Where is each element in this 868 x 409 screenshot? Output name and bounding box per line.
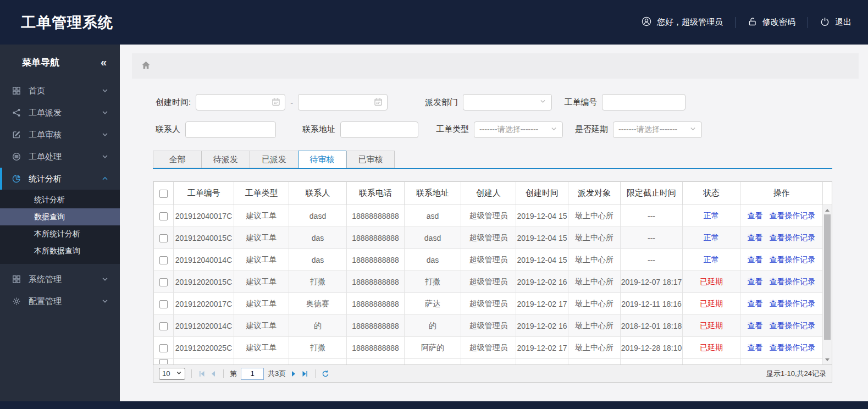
first-page-button[interactable] [198,370,206,378]
tab-dispatched[interactable]: 已派发 [250,151,298,168]
work-order-table-panel: 工单编号 工单类型 联系人 联系电话 联系地址 创建人 创建时间 派发对象 限定… [153,181,832,383]
col-scrollbar-spacer [823,182,832,205]
address-input[interactable] [340,121,418,138]
view-log-link[interactable]: 查看操作记录 [769,255,815,264]
view-link[interactable]: 查看 [748,321,763,330]
cell-created-at: 2019-12-02 17 [516,293,568,315]
row-checkbox[interactable] [159,359,168,364]
view-link[interactable]: 查看 [748,299,763,308]
dispatch-dept-select[interactable] [463,94,552,110]
row-checkbox[interactable] [159,234,168,242]
sidebar-item-system[interactable]: 系统管理 [0,268,120,290]
cell-created-at: 2019-12-02 17 [516,337,568,359]
user-greeting[interactable]: 您好，超级管理员 [642,16,723,28]
cell-order-no: 201912040017C [174,205,234,227]
contact-field[interactable] [186,122,275,137]
logout-label: 退出 [835,17,852,27]
row-checkbox[interactable] [159,322,168,330]
breadcrumb [132,53,859,79]
view-log-link[interactable]: 查看操作记录 [769,211,815,220]
delay-select[interactable]: -------请选择------- [613,121,702,138]
cell-actions: 查看 查看操作记录 [740,227,823,249]
order-type-label: 工单类型 [436,124,469,135]
vertical-scrollbar[interactable] [822,205,832,364]
edit-icon [12,130,21,140]
sidebar-subitem-statistics[interactable]: 统计分析 [0,191,120,208]
status-badge: 正常 [683,205,740,227]
sidebar-collapse-button[interactable]: « [101,56,106,69]
select-all-checkbox[interactable] [159,190,168,198]
calendar-icon[interactable] [272,97,280,108]
scroll-down-button[interactable] [823,356,832,363]
sidebar-item-label: 工单派发 [29,108,62,118]
view-link[interactable]: 查看 [748,233,763,242]
cell-deadline: 2018-12-01 18:18 [621,315,683,337]
submenu-label: 本所统计分析 [34,229,80,239]
last-page-button[interactable] [301,370,309,378]
view-link[interactable]: 查看 [748,211,763,220]
sidebar-subitem-local-statistics[interactable]: 本所统计分析 [0,225,120,242]
app-title: 工单管理系统 [21,13,113,32]
contact-input[interactable] [185,121,276,138]
order-no-field[interactable] [602,95,685,110]
sidebar-item-process[interactable]: 工单处理 [0,146,120,168]
change-password-button[interactable]: 修改密码 [748,17,795,28]
tab-pending-review[interactable]: 待审核 [298,151,346,169]
page-number-input[interactable] [241,368,264,380]
calendar-icon[interactable] [374,97,383,108]
order-type-select[interactable]: -------请选择------- [474,121,563,138]
sidebar-item-home[interactable]: 首页 [0,80,120,102]
chevron-down-icon [101,109,109,117]
sidebar-subitem-data-query[interactable]: 数据查询 [0,208,120,225]
view-link[interactable]: 查看 [748,255,763,264]
view-log-link[interactable]: 查看操作记录 [769,233,815,242]
row-checkbox[interactable] [159,300,168,308]
sidebar-item-config[interactable]: 配置管理 [0,290,120,312]
chevron-down-icon [550,125,557,134]
row-checkbox[interactable] [159,256,168,264]
tab-reviewed[interactable]: 已审核 [346,151,395,168]
sidebar-item-review[interactable]: 工单审核 [0,124,120,146]
tab-pending-dispatch[interactable]: 待派发 [201,151,250,168]
cell-created-at: 2019-12-04 15 [516,227,568,249]
order-no-input[interactable] [602,94,685,110]
cell-address: 打撒 [405,271,461,293]
date-end-field[interactable] [298,95,374,110]
row-checkbox[interactable] [159,344,168,352]
header-divider [735,17,736,28]
row-checkbox[interactable] [159,278,168,286]
col-dispatch-target: 派发对象 [568,182,621,205]
scroll-up-button[interactable] [823,206,832,214]
view-link[interactable]: 查看 [748,277,763,286]
previous-page-button[interactable] [209,370,217,378]
date-range-separator: - [290,98,293,107]
next-page-button[interactable] [290,370,297,378]
view-log-link[interactable]: 查看操作记录 [769,321,815,330]
view-link[interactable]: 查看 [748,343,763,352]
created-time-end-input[interactable] [298,94,388,110]
view-log-link[interactable]: 查看操作记录 [769,277,815,286]
view-log-link[interactable]: 查看操作记录 [769,343,815,352]
sidebar-item-label: 系统管理 [29,274,62,285]
cell-dispatch-target: 墩上中心所 [568,271,621,293]
refresh-icon[interactable] [322,370,329,378]
row-checkbox[interactable] [159,212,168,220]
col-order-type: 工单类型 [234,182,289,205]
view-log-link[interactable]: 查看操作记录 [769,299,815,308]
main-content: 创建时间: - 派发部门 工单编号 [120,45,868,401]
record-summary: 显示1-10,共24记录 [766,369,826,379]
sidebar-subitem-local-data-query[interactable]: 本所数据查询 [0,242,120,259]
table-row-partial [154,359,832,365]
tab-all[interactable]: 全部 [153,151,201,168]
cell-phone: 18888888888 [347,293,405,315]
created-time-start-input[interactable] [196,94,285,110]
address-field[interactable] [341,122,418,137]
date-start-field[interactable] [196,95,272,110]
sidebar-item-dispatch[interactable]: 工单派发 [0,102,120,124]
total-pages-label: 共3页 [268,369,286,379]
sidebar-item-statistics[interactable]: 统计分析 [0,168,120,190]
scrollbar-thumb[interactable] [824,214,831,340]
page-size-select[interactable]: 10 [159,368,185,380]
logout-button[interactable]: 退出 [820,17,852,28]
home-icon[interactable] [141,60,151,72]
